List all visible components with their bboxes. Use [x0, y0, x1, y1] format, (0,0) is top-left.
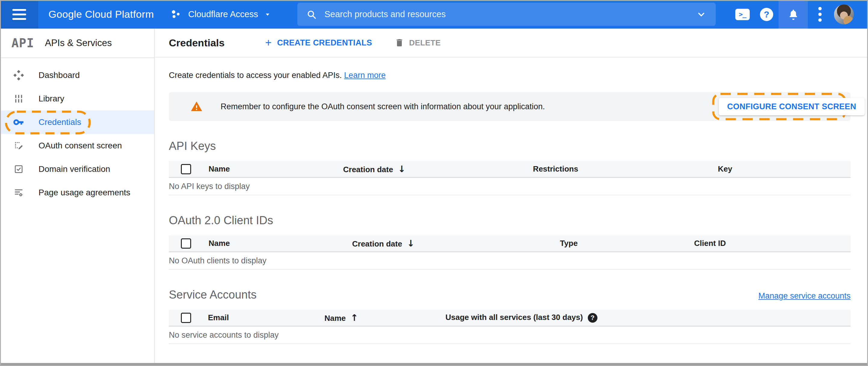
notifications-button[interactable]: [779, 0, 808, 29]
sidebar-item-domain-verification[interactable]: Domain verification: [0, 157, 154, 181]
sidebar-header: API APIs & Services: [0, 29, 154, 58]
column-client-id: Client ID: [647, 239, 773, 248]
sidebar-title: APIs & Services: [45, 38, 112, 49]
column-name[interactable]: Name↑: [312, 312, 433, 323]
cloud-shell-button[interactable]: >_: [731, 0, 754, 29]
intro-text: Create credentials to access your enable…: [169, 71, 850, 80]
section-oauth-clients: OAuth 2.0 Client IDs Name Creation date↓…: [169, 214, 850, 270]
list-gear-icon: [13, 187, 24, 199]
sidebar-item-library[interactable]: Library: [0, 87, 154, 111]
topbar: Google Cloud Platform Cloudflare Access …: [0, 0, 868, 29]
api-keys-title: API Keys: [169, 140, 850, 153]
consent-screen-icon: [13, 140, 24, 151]
gcp-console-window: Google Cloud Platform Cloudflare Access …: [0, 0, 868, 366]
configure-consent-screen-button[interactable]: CONFIGURE CONSENT SCREEN: [719, 98, 865, 115]
oauth-empty-row: No OAuth clients to display: [169, 252, 850, 270]
oauth-table-header: Name Creation date↓ Type Client ID: [169, 235, 850, 252]
kebab-icon: [818, 7, 822, 22]
content-area: Create credentials to access your enable…: [155, 71, 868, 344]
manage-service-accounts-link[interactable]: Manage service accounts: [758, 292, 850, 301]
configure-consent-annotation: CONFIGURE CONSENT SCREEN: [712, 93, 846, 120]
sort-asc-icon: ↑: [351, 312, 358, 323]
project-selector[interactable]: Cloudflare Access: [170, 8, 272, 21]
create-credentials-button[interactable]: + CREATE CREDENTIALS: [265, 37, 372, 48]
banner-message: Remember to configure the OAuth consent …: [221, 102, 545, 111]
main-content: Credentials + CREATE CREDENTIALS DELETE …: [155, 29, 868, 363]
menu-button[interactable]: [0, 0, 38, 29]
select-all-checkbox[interactable]: [181, 164, 191, 174]
help-button[interactable]: ?: [754, 0, 779, 29]
page-toolbar: Credentials + CREATE CREDENTIALS DELETE: [155, 29, 868, 58]
delete-button[interactable]: DELETE: [395, 38, 441, 48]
column-name: Name: [196, 239, 340, 248]
plus-icon: +: [265, 37, 272, 48]
search-icon: [306, 9, 317, 20]
bell-icon: [787, 8, 800, 21]
sidebar-item-credentials[interactable]: Credentials: [0, 111, 154, 134]
dashboard-icon: [13, 69, 24, 81]
trash-icon: [395, 38, 404, 48]
service-accounts-empty-row: No service accounts to display: [169, 327, 850, 344]
help-icon: ?: [760, 8, 773, 21]
column-creation-date[interactable]: Creation date↓: [340, 238, 491, 249]
key-icon: [13, 117, 24, 128]
sort-desc-icon: ↓: [407, 238, 414, 249]
avatar: [834, 4, 854, 24]
window-bottom-edge: [0, 363, 868, 366]
column-usage: Usage with all services (last 30 days)?: [433, 313, 850, 323]
sidebar: API APIs & Services Dashboard: [0, 29, 155, 363]
search-input[interactable]: Search products and resources: [297, 3, 716, 26]
help-circle-icon[interactable]: ?: [588, 313, 597, 323]
api-keys-table-header: Name Creation date↓ Restrictions Key: [169, 161, 850, 178]
hamburger-icon: [12, 9, 26, 20]
api-logo: API: [11, 36, 34, 50]
account-button[interactable]: [832, 0, 856, 29]
sidebar-item-dashboard[interactable]: Dashboard: [0, 63, 154, 87]
project-hexagons-icon: [170, 8, 182, 21]
library-icon: [13, 93, 24, 104]
chevron-down-icon[interactable]: [696, 9, 707, 20]
select-all-checkbox[interactable]: [181, 238, 191, 249]
sidebar-item-oauth-consent-screen[interactable]: OAuth consent screen: [0, 134, 154, 157]
section-api-keys: API Keys Name Creation date↓ Restriction…: [169, 140, 850, 195]
column-name: Name: [196, 164, 331, 174]
sidebar-item-page-usage-agreements[interactable]: Page usage agreements: [0, 181, 154, 204]
column-type: Type: [491, 239, 647, 248]
project-name: Cloudflare Access: [188, 9, 258, 19]
section-service-accounts: Service Accounts Manage service accounts…: [169, 288, 850, 344]
column-key: Key: [630, 164, 820, 174]
oauth-clients-title: OAuth 2.0 Client IDs: [169, 214, 850, 227]
column-restrictions: Restrictions: [482, 164, 630, 174]
learn-more-link[interactable]: Learn more: [344, 71, 385, 80]
warning-banner: Remember to configure the OAuth consent …: [169, 92, 850, 121]
caret-down-icon: [264, 10, 272, 19]
service-accounts-table-header: Email Name↑ Usage with all services (las…: [169, 310, 850, 327]
search-placeholder: Search products and resources: [324, 9, 696, 19]
sidebar-nav: Dashboard Library Credentials: [0, 58, 154, 204]
topbar-actions: >_ ?: [731, 0, 856, 29]
terminal-icon: >_: [735, 9, 750, 20]
more-options-button[interactable]: [808, 0, 832, 29]
page-title: Credentials: [169, 37, 224, 49]
warning-icon: [190, 100, 203, 113]
select-all-checkbox[interactable]: [181, 313, 191, 323]
sort-desc-icon: ↓: [398, 164, 405, 174]
api-keys-empty-row: No API keys to display: [169, 178, 850, 195]
service-accounts-title: Service Accounts: [169, 288, 256, 301]
brand-logo[interactable]: Google Cloud Platform: [49, 8, 154, 20]
column-email: Email: [196, 313, 312, 323]
checkbox-check-icon: [13, 163, 24, 175]
column-creation-date[interactable]: Creation date↓: [331, 164, 482, 174]
